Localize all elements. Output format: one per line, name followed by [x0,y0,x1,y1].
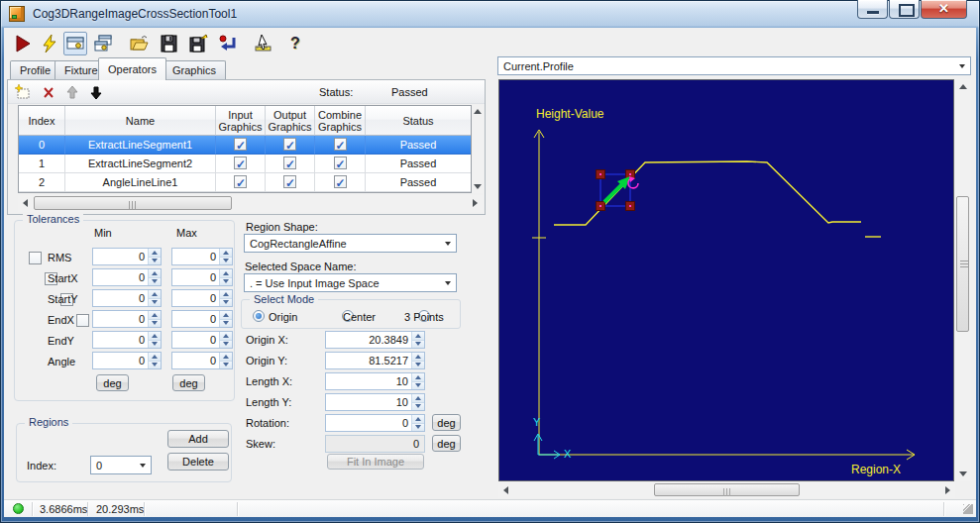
table-row[interactable]: 2 AngleLineLine1 Passed [19,173,471,192]
endx-min-spinner[interactable]: 0 [92,310,162,328]
float-all-button[interactable] [91,32,115,55]
region-shape-dropdown[interactable]: CogRectangleAffine [244,234,457,253]
startx-min-spinner[interactable]: 0 [92,268,162,286]
origin-y-spinner[interactable]: 81.5217 [325,352,425,369]
lightning-icon [40,34,59,53]
table-vertical-scrollbar[interactable] [472,105,483,193]
column-header-status[interactable]: Status [366,106,471,136]
endx-label: EndX [48,314,74,326]
skew-deg-button[interactable]: deg [432,435,461,452]
starty-max-spinner[interactable]: 0 [171,289,233,307]
checkbox-checked-icon [283,175,296,188]
help-button[interactable]: ? [283,32,307,55]
cell-output-graphics[interactable] [266,136,315,155]
region-overlay[interactable] [597,170,639,211]
move-up-button[interactable] [63,83,81,101]
delete-region-button[interactable]: Delete [167,453,229,471]
maximize-button[interactable] [889,0,920,19]
endx-checkbox[interactable] [76,314,89,327]
reset-button[interactable] [216,32,240,55]
display-horizontal-scrollbar[interactable] [498,482,955,498]
save-button[interactable] [157,32,180,55]
tolerances-title: Tolerances [23,213,83,225]
origin-radio[interactable] [253,310,265,322]
cell-input-graphics[interactable] [216,173,266,192]
origin-x-spinner[interactable]: 20.3849 [325,331,425,349]
column-header-combine[interactable]: Combine Graphics [315,106,366,136]
rms-min-spinner[interactable]: 0 [92,248,162,265]
region-shape-label: Region Shape: [246,221,318,233]
down-arrow-icon [88,84,104,100]
save-as-button[interactable] [186,32,210,55]
float-tool-button[interactable] [63,32,87,55]
chevron-down-icon [954,57,970,74]
max-deg-button[interactable]: deg [172,374,205,391]
display-vertical-scrollbar[interactable] [955,79,971,481]
execution-time: 3.6866ms [40,503,87,515]
cell-status: Passed [366,136,471,155]
angle-min-spinner[interactable]: 0 [92,352,162,369]
checkbox-checked-icon [334,138,347,151]
origin-radio-label: Origin [269,311,297,323]
tab-graphics[interactable]: Graphics [163,60,226,80]
reset-undo-icon [218,34,238,53]
starty-min-spinner[interactable]: 0 [92,289,162,307]
rotation-label: Rotation: [246,417,289,429]
profile-display[interactable]: Height-Value Region-X Y X [498,79,954,481]
min-deg-button[interactable]: deg [96,374,129,391]
length-y-spinner[interactable]: 10 [325,393,425,411]
rms-checkbox[interactable] [29,252,42,264]
add-region-button[interactable]: Add [167,430,229,448]
min-header: Min [94,227,112,239]
add-operator-button[interactable] [14,83,32,101]
resize-grip[interactable] [963,504,973,514]
electric-setup-button[interactable] [252,32,275,55]
live-run-button[interactable] [38,32,61,55]
column-header-input[interactable]: Input Graphics [216,106,266,136]
delete-operator-button[interactable] [40,83,57,101]
column-header-output[interactable]: Output Graphics [266,106,315,136]
length-x-spinner[interactable]: 10 [325,372,425,390]
run-button[interactable] [10,32,34,55]
rotation-deg-button[interactable]: deg [432,414,461,431]
run-icon [12,34,32,53]
close-button[interactable] [921,0,967,19]
open-button[interactable] [127,32,151,55]
cell-combine-graphics[interactable] [315,136,366,155]
profile-chart: Height-Value Region-X Y X [499,80,953,480]
table-row[interactable]: 1 ExtractLineSegment2 Passed [19,155,471,173]
cell-output-graphics[interactable] [266,155,315,173]
startx-label: StartX [48,272,78,284]
tab-operators[interactable]: Operators [98,57,166,80]
cell-combine-graphics[interactable] [315,155,366,173]
cell-index: 1 [19,155,65,173]
origin-y-label: Origin Y: [246,355,287,366]
app-icon [9,6,25,22]
endx-max-spinner[interactable]: 0 [171,310,233,328]
cell-input-graphics[interactable] [216,136,266,155]
help-icon: ? [290,35,300,52]
cell-input-graphics[interactable] [216,155,266,173]
select-mode-group: Select Mode Origin Center 3 Points [241,299,461,329]
selected-space-dropdown[interactable]: . = Use Input Image Space [244,273,457,292]
move-down-button[interactable] [87,83,105,101]
endy-min-spinner[interactable]: 0 [92,331,162,349]
fit-in-image-button[interactable]: Fit In Image [327,454,424,470]
tab-profile[interactable]: Profile [10,60,60,80]
column-header-index[interactable]: Index [19,106,65,136]
table-row[interactable]: 0 ExtractLineSegment1 Passed [19,136,471,155]
region-index-dropdown[interactable]: 0 [90,456,152,474]
angle-max-spinner[interactable]: 0 [171,352,233,369]
three-points-radio-label: 3 Points [404,311,444,323]
minimize-button[interactable] [857,0,888,19]
column-header-name[interactable]: Name [65,106,216,136]
cell-combine-graphics[interactable] [315,173,366,192]
endy-max-spinner[interactable]: 0 [171,331,233,349]
cell-output-graphics[interactable] [266,173,315,192]
display-source-dropdown[interactable]: Current.Profile [497,56,971,75]
table-horizontal-scrollbar[interactable] [18,195,483,212]
startx-max-spinner[interactable]: 0 [171,268,233,286]
rotation-spinner[interactable]: 0 [325,414,425,432]
rms-max-spinner[interactable]: 0 [171,248,233,265]
cell-status: Passed [366,173,471,192]
